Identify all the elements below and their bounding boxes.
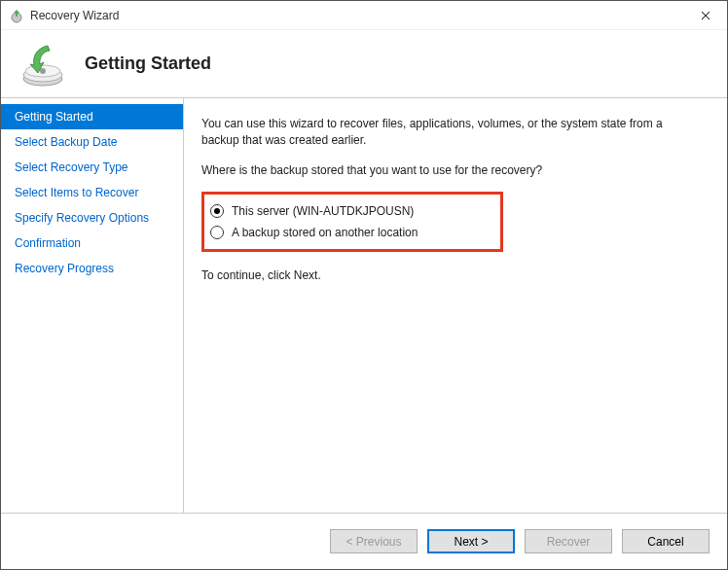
step-specify-options[interactable]: Specify Recovery Options [1,205,183,231]
app-icon [9,8,24,23]
window-title: Recovery Wizard [30,9,683,22]
step-confirmation[interactable]: Confirmation [1,231,183,256]
step-select-recovery-type[interactable]: Select Recovery Type [1,155,183,180]
question-text: Where is the backup stored that you want… [201,162,694,179]
content-pane: You can use this wizard to recover files… [184,98,727,513]
titlebar: Recovery Wizard [1,1,727,30]
page-title: Getting Started [85,53,211,74]
cancel-button[interactable]: Cancel [622,529,710,553]
next-button[interactable]: Next > [427,529,515,553]
radio-label: A backup stored on another location [232,226,418,239]
step-recovery-progress[interactable]: Recovery Progress [1,256,183,281]
intro-text: You can use this wizard to recover files… [201,116,694,149]
recover-button: Recover [525,529,612,553]
radio-icon [210,204,224,218]
svg-point-4 [40,68,46,74]
step-select-items[interactable]: Select Items to Recover [1,180,183,205]
recovery-icon [18,40,67,89]
previous-button: < Previous [330,529,418,553]
steps-sidebar: Getting Started Select Backup Date Selec… [1,98,184,513]
continue-hint: To continue, click Next. [201,267,694,284]
close-button[interactable] [683,1,727,30]
radio-label: This server (WIN-AUTDKJPOUSN) [232,204,414,218]
wizard-body: Getting Started Select Backup Date Selec… [1,98,727,513]
radio-icon [210,226,224,239]
wizard-window: Recovery Wizard Getting Started Getting … [0,0,728,570]
backup-location-group: This server (WIN-AUTDKJPOUSN) A backup s… [201,192,503,252]
radio-another-location[interactable]: A backup stored on another location [210,222,491,243]
footer-buttons: < Previous Next > Recover Cancel [1,513,727,569]
wizard-header: Getting Started [1,30,727,98]
step-select-backup-date[interactable]: Select Backup Date [1,129,183,155]
radio-this-server[interactable]: This server (WIN-AUTDKJPOUSN) [210,200,491,222]
step-getting-started[interactable]: Getting Started [1,104,183,129]
